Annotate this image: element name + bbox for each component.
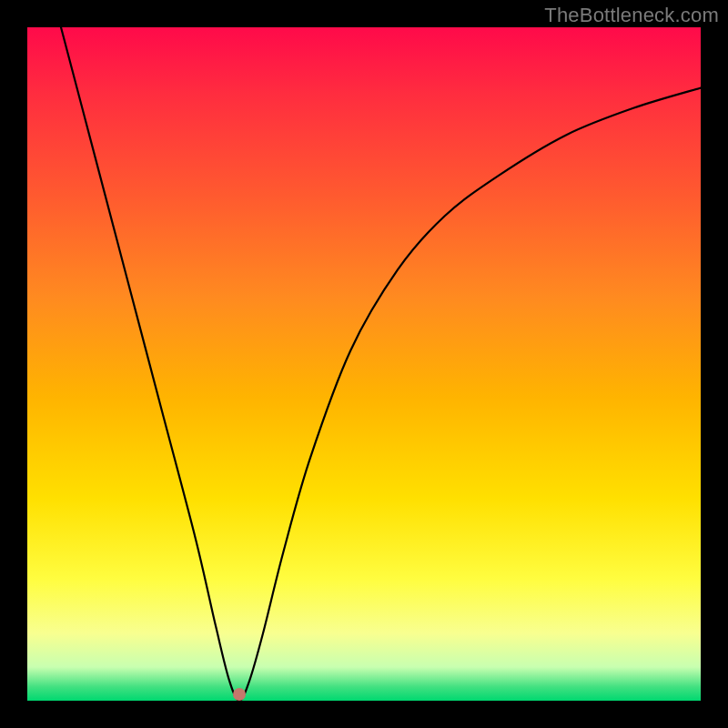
chart-frame: TheBottleneck.com	[0, 0, 728, 728]
bottleneck-curve-path	[61, 27, 701, 701]
curve-svg	[27, 27, 701, 701]
plot-area	[27, 27, 701, 701]
watermark-text: TheBottleneck.com	[544, 4, 719, 27]
minimum-marker	[233, 688, 246, 701]
